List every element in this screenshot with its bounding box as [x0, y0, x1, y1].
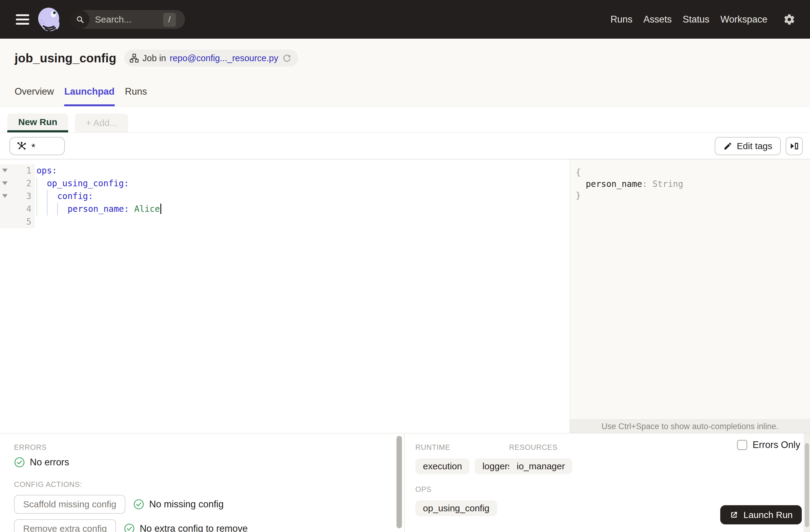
fold-arrow-icon[interactable]: [2, 181, 7, 185]
text-cursor: [160, 204, 161, 214]
errors-heading: ERRORS: [14, 443, 395, 452]
launch-run-label: Launch Run: [743, 510, 793, 520]
check-circle-icon: [133, 499, 144, 510]
gear-icon[interactable]: [783, 13, 795, 26]
expand-panel-icon[interactable]: [785, 137, 803, 155]
launchpad-page: / Runs Assets Status Workspace job_using…: [0, 0, 810, 532]
op-selector-value: *: [31, 140, 35, 152]
fold-arrow-icon[interactable]: [2, 168, 7, 172]
editor-line[interactable]: 2 op_using_config:: [0, 177, 570, 190]
check-circle-icon: [124, 523, 135, 532]
job-graph-icon: [130, 53, 139, 63]
runtime-heading: RUNTIME: [415, 443, 509, 452]
search-icon: [70, 10, 90, 29]
op-pill-op-using-config[interactable]: op_using_config: [415, 500, 497, 516]
page-header: job_using_config Job in repo@config..._r…: [0, 39, 810, 107]
schema-field-type: String: [652, 179, 683, 189]
op-selector-input[interactable]: *: [10, 137, 65, 155]
nav-link-runs[interactable]: Runs: [610, 14, 632, 25]
launchpad-tab-strip: New Run + Add...: [0, 107, 810, 133]
no-missing-config-status: No missing config: [149, 499, 224, 510]
badge-prefix: Job in: [142, 53, 166, 63]
structure-scrollbar[interactable]: [804, 433, 810, 532]
launch-run-button[interactable]: Launch Run: [720, 505, 802, 525]
op-graph-icon: [16, 141, 27, 151]
reload-icon[interactable]: [282, 53, 292, 63]
runtime-pill-execution[interactable]: execution: [415, 458, 470, 474]
repo-link[interactable]: repo@config..._resource.py: [170, 53, 278, 63]
line-number: 5: [0, 215, 34, 228]
tab-runs[interactable]: Runs: [125, 86, 147, 106]
top-nav: / Runs Assets Status Workspace: [0, 0, 810, 39]
page-title: job_using_config: [15, 51, 116, 65]
schema-field-name: person_name: [586, 179, 642, 189]
launchpad-toolbar: * Edit tags: [0, 133, 810, 159]
config-schema-panel: { person_name: String } Use Ctrl+Space t…: [570, 160, 810, 433]
structure-panel: Errors Only RUNTIME execution loggers RE…: [405, 433, 810, 532]
check-circle-icon: [14, 457, 25, 468]
errors-panel: ERRORS No errors CONFIG ACTIONS: Scaffol…: [0, 433, 395, 532]
schema-type-view: { person_name: String }: [570, 160, 810, 201]
editor-line[interactable]: 1 ops:: [0, 164, 570, 177]
global-search: /: [70, 10, 185, 29]
editor-line[interactable]: 4 person_name:Alice: [0, 203, 570, 215]
search-input[interactable]: [90, 14, 153, 25]
nav-link-status[interactable]: Status: [683, 14, 710, 25]
line-number: 4: [0, 203, 34, 215]
edit-tags-button[interactable]: Edit tags: [715, 137, 781, 155]
errors-only-checkbox[interactable]: [737, 440, 747, 450]
hamburger-menu-icon[interactable]: [16, 14, 29, 25]
pencil-icon: [723, 142, 732, 151]
scaffold-missing-config-button[interactable]: Scaffold missing config: [14, 495, 125, 514]
nav-link-assets[interactable]: Assets: [644, 14, 672, 25]
dagster-logo[interactable]: [36, 7, 62, 34]
top-nav-links: Runs Assets Status Workspace: [610, 13, 810, 26]
errors-only-label: Errors Only: [752, 439, 800, 450]
search-shortcut-badge: /: [163, 13, 176, 27]
job-tabs: Overview Launchpad Runs: [15, 86, 147, 106]
no-errors-status: No errors: [30, 457, 69, 468]
remove-extra-config-button[interactable]: Remove extra config: [14, 519, 116, 532]
config-actions-heading: CONFIG ACTIONS:: [14, 480, 395, 489]
bottom-panel: ERRORS No errors CONFIG ACTIONS: Scaffol…: [0, 433, 810, 532]
yaml-editor[interactable]: 1 ops: 2 op_using_config: 3 config:: [0, 160, 570, 433]
launch-external-icon: [729, 511, 739, 519]
tab-new-run[interactable]: New Run: [7, 114, 68, 132]
nav-link-workspace[interactable]: Workspace: [720, 14, 768, 25]
resource-pill-io-manager[interactable]: io_manager: [509, 458, 572, 474]
ops-heading: OPS: [415, 485, 810, 494]
tab-add-config[interactable]: + Add...: [75, 114, 128, 132]
job-origin-badge: Job in repo@config..._resource.py: [124, 50, 298, 67]
panel-scrollbar[interactable]: [395, 433, 405, 532]
no-extra-config-status: No extra config to remove: [140, 523, 248, 532]
editor-line[interactable]: 5: [0, 215, 570, 228]
fold-arrow-icon[interactable]: [2, 194, 7, 198]
tab-launchpad[interactable]: Launchpad: [64, 86, 114, 106]
autocomplete-hint: Use Ctrl+Space to show auto-completions …: [570, 419, 810, 433]
errors-only-toggle[interactable]: Errors Only: [737, 439, 800, 450]
runtime-section: RUNTIME execution loggers: [415, 443, 509, 474]
editor-line[interactable]: 3 config:: [0, 190, 570, 203]
edit-tags-label: Edit tags: [737, 141, 772, 151]
config-editor-region: 1 ops: 2 op_using_config: 3 config:: [0, 159, 810, 433]
tab-overview[interactable]: Overview: [15, 86, 54, 106]
